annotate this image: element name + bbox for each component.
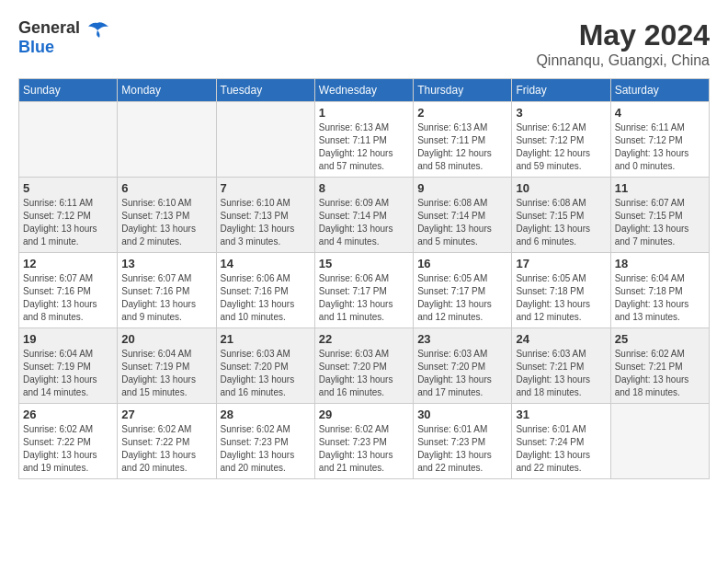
day-info: Sunrise: 6:12 AM Sunset: 7:12 PM Dayligh…	[516, 121, 606, 173]
day-info: Sunrise: 6:11 AM Sunset: 7:12 PM Dayligh…	[615, 121, 705, 173]
table-row	[19, 102, 118, 178]
table-row: 1Sunrise: 6:13 AM Sunset: 7:11 PM Daylig…	[314, 102, 413, 178]
day-info: Sunrise: 6:11 AM Sunset: 7:12 PM Dayligh…	[23, 197, 113, 248]
day-number: 29	[319, 408, 409, 421]
calendar-header-row: Sunday Monday Tuesday Wednesday Thursday…	[19, 79, 710, 102]
calendar-week-row: 12Sunrise: 6:07 AM Sunset: 7:16 PM Dayli…	[19, 253, 710, 328]
day-number: 28	[221, 408, 311, 421]
day-number: 10	[516, 181, 606, 195]
day-number: 21	[221, 332, 311, 346]
table-row: 9Sunrise: 6:08 AM Sunset: 7:14 PM Daylig…	[414, 178, 512, 253]
month-title: May 2024	[536, 18, 710, 52]
logo-blue-text: Blue	[18, 38, 54, 56]
day-number: 12	[23, 257, 113, 270]
day-info: Sunrise: 6:03 AM Sunset: 7:21 PM Dayligh…	[516, 348, 606, 399]
table-row: 26Sunrise: 6:02 AM Sunset: 7:22 PM Dayli…	[19, 404, 118, 479]
day-number: 17	[516, 257, 606, 270]
day-number: 31	[516, 408, 606, 421]
day-number: 6	[121, 181, 211, 195]
day-info: Sunrise: 6:05 AM Sunset: 7:17 PM Dayligh…	[417, 272, 507, 324]
day-info: Sunrise: 6:03 AM Sunset: 7:20 PM Dayligh…	[417, 348, 507, 399]
day-info: Sunrise: 6:04 AM Sunset: 7:19 PM Dayligh…	[121, 348, 211, 399]
day-info: Sunrise: 6:10 AM Sunset: 7:13 PM Dayligh…	[121, 197, 211, 248]
day-info: Sunrise: 6:03 AM Sunset: 7:20 PM Dayligh…	[319, 348, 409, 399]
day-info: Sunrise: 6:05 AM Sunset: 7:18 PM Dayligh…	[516, 272, 606, 324]
day-number: 9	[417, 181, 507, 195]
table-row: 25Sunrise: 6:02 AM Sunset: 7:21 PM Dayli…	[610, 328, 709, 404]
day-info: Sunrise: 6:04 AM Sunset: 7:19 PM Dayligh…	[23, 348, 113, 399]
day-info: Sunrise: 6:07 AM Sunset: 7:16 PM Dayligh…	[121, 272, 211, 324]
day-info: Sunrise: 6:02 AM Sunset: 7:23 PM Dayligh…	[221, 423, 311, 475]
table-row: 6Sunrise: 6:10 AM Sunset: 7:13 PM Daylig…	[118, 178, 216, 253]
table-row: 22Sunrise: 6:03 AM Sunset: 7:20 PM Dayli…	[314, 328, 413, 404]
day-info: Sunrise: 6:07 AM Sunset: 7:16 PM Dayligh…	[23, 272, 113, 324]
day-number: 11	[615, 181, 705, 195]
day-number: 14	[221, 257, 311, 270]
day-number: 4	[615, 106, 705, 120]
calendar-week-row: 5Sunrise: 6:11 AM Sunset: 7:12 PM Daylig…	[19, 178, 710, 253]
page-header: General Blue May 2024 Qinnanqu, Guangxi,…	[18, 18, 710, 69]
table-row: 12Sunrise: 6:07 AM Sunset: 7:16 PM Dayli…	[19, 253, 118, 328]
table-row	[118, 102, 216, 178]
table-row: 2Sunrise: 6:13 AM Sunset: 7:11 PM Daylig…	[414, 102, 512, 178]
day-number: 5	[23, 181, 113, 195]
day-number: 20	[121, 332, 211, 346]
day-number: 27	[121, 408, 211, 421]
day-info: Sunrise: 6:08 AM Sunset: 7:14 PM Dayligh…	[417, 197, 507, 248]
day-number: 8	[319, 181, 409, 195]
table-row: 16Sunrise: 6:05 AM Sunset: 7:17 PM Dayli…	[414, 253, 512, 328]
table-row: 17Sunrise: 6:05 AM Sunset: 7:18 PM Dayli…	[512, 253, 610, 328]
logo-general-text: General	[18, 18, 80, 37]
header-wednesday: Wednesday	[314, 79, 413, 102]
logo: General Blue	[18, 18, 114, 57]
table-row: 18Sunrise: 6:04 AM Sunset: 7:18 PM Dayli…	[610, 253, 709, 328]
day-number: 24	[516, 332, 606, 346]
calendar-week-row: 26Sunrise: 6:02 AM Sunset: 7:22 PM Dayli…	[19, 404, 710, 479]
day-number: 7	[221, 181, 311, 195]
table-row: 19Sunrise: 6:04 AM Sunset: 7:19 PM Dayli…	[19, 328, 118, 404]
calendar-week-row: 19Sunrise: 6:04 AM Sunset: 7:19 PM Dayli…	[19, 328, 710, 404]
table-row: 15Sunrise: 6:06 AM Sunset: 7:17 PM Dayli…	[314, 253, 413, 328]
header-thursday: Thursday	[414, 79, 512, 102]
table-row: 8Sunrise: 6:09 AM Sunset: 7:14 PM Daylig…	[314, 178, 413, 253]
header-sunday: Sunday	[19, 79, 118, 102]
header-tuesday: Tuesday	[216, 79, 314, 102]
header-monday: Monday	[118, 79, 216, 102]
table-row: 24Sunrise: 6:03 AM Sunset: 7:21 PM Dayli…	[512, 328, 610, 404]
table-row: 20Sunrise: 6:04 AM Sunset: 7:19 PM Dayli…	[118, 328, 216, 404]
header-friday: Friday	[512, 79, 610, 102]
table-row: 31Sunrise: 6:01 AM Sunset: 7:24 PM Dayli…	[512, 404, 610, 479]
table-row: 21Sunrise: 6:03 AM Sunset: 7:20 PM Dayli…	[216, 328, 314, 404]
day-number: 19	[23, 332, 113, 346]
day-number: 30	[417, 408, 507, 421]
day-number: 18	[615, 257, 705, 270]
table-row: 7Sunrise: 6:10 AM Sunset: 7:13 PM Daylig…	[216, 178, 314, 253]
day-info: Sunrise: 6:02 AM Sunset: 7:22 PM Dayligh…	[121, 423, 211, 475]
day-info: Sunrise: 6:13 AM Sunset: 7:11 PM Dayligh…	[319, 121, 409, 173]
day-number: 15	[319, 257, 409, 270]
day-info: Sunrise: 6:03 AM Sunset: 7:20 PM Dayligh…	[221, 348, 311, 399]
day-info: Sunrise: 6:09 AM Sunset: 7:14 PM Dayligh…	[319, 197, 409, 248]
day-info: Sunrise: 6:02 AM Sunset: 7:23 PM Dayligh…	[319, 423, 409, 475]
title-block: May 2024 Qinnanqu, Guangxi, China	[536, 18, 710, 69]
table-row: 30Sunrise: 6:01 AM Sunset: 7:23 PM Dayli…	[414, 404, 512, 479]
day-number: 16	[417, 257, 507, 270]
table-row: 27Sunrise: 6:02 AM Sunset: 7:22 PM Dayli…	[118, 404, 216, 479]
day-number: 2	[417, 106, 507, 120]
calendar-week-row: 1Sunrise: 6:13 AM Sunset: 7:11 PM Daylig…	[19, 102, 710, 178]
table-row: 4Sunrise: 6:11 AM Sunset: 7:12 PM Daylig…	[610, 102, 709, 178]
day-info: Sunrise: 6:02 AM Sunset: 7:21 PM Dayligh…	[615, 348, 705, 399]
day-info: Sunrise: 6:08 AM Sunset: 7:15 PM Dayligh…	[516, 197, 606, 248]
day-info: Sunrise: 6:01 AM Sunset: 7:23 PM Dayligh…	[417, 423, 507, 475]
day-info: Sunrise: 6:02 AM Sunset: 7:22 PM Dayligh…	[23, 423, 113, 475]
day-number: 1	[319, 106, 409, 120]
day-info: Sunrise: 6:01 AM Sunset: 7:24 PM Dayligh…	[516, 423, 606, 475]
day-number: 22	[319, 332, 409, 346]
table-row: 28Sunrise: 6:02 AM Sunset: 7:23 PM Dayli…	[216, 404, 314, 479]
day-number: 26	[23, 408, 113, 421]
table-row: 29Sunrise: 6:02 AM Sunset: 7:23 PM Dayli…	[314, 404, 413, 479]
calendar-table: Sunday Monday Tuesday Wednesday Thursday…	[18, 78, 710, 479]
table-row	[610, 404, 709, 479]
day-info: Sunrise: 6:06 AM Sunset: 7:16 PM Dayligh…	[221, 272, 311, 324]
table-row: 5Sunrise: 6:11 AM Sunset: 7:12 PM Daylig…	[19, 178, 118, 253]
